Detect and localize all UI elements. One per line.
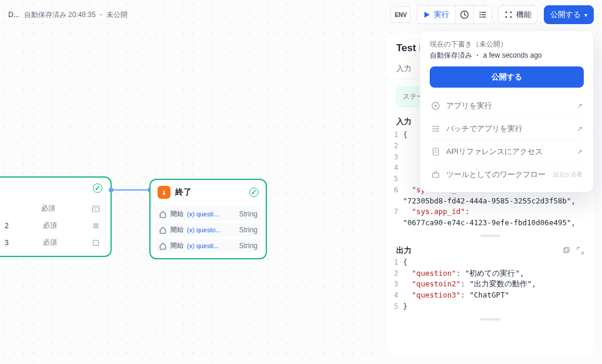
home-icon [159, 210, 167, 218]
play-icon [423, 11, 430, 18]
expand-icon[interactable] [576, 246, 584, 255]
output-var-row[interactable]: 開始 (x) questi... String [155, 239, 261, 252]
popover-subtitle: 現在の下書き（未公開） [430, 39, 584, 49]
clock-icon [460, 10, 469, 19]
list-icon [92, 222, 100, 230]
check-icon: ✓ [93, 183, 102, 193]
home-icon [159, 242, 167, 250]
play-circle-icon [431, 101, 440, 111]
toolbox-icon [431, 170, 440, 179]
sparkle-icon [504, 11, 513, 19]
check-icon: ✓ [249, 188, 259, 197]
autosave-status: 自動保存済み 20:48:35 ・ 未公開 [24, 10, 128, 20]
svg-point-3 [506, 16, 507, 18]
checklist-icon [478, 10, 487, 19]
input-var-row[interactable]: 2 必須 [0, 218, 106, 233]
workflow-title: D... [8, 11, 19, 19]
svg-rect-5 [93, 206, 99, 212]
history-button[interactable] [455, 5, 474, 24]
output-code[interactable]: 12345 { "question": "初めての実行", "questoin2… [387, 257, 594, 318]
arrow-icon: ↗ [577, 125, 583, 133]
line-gutter: 1234567 [394, 129, 403, 229]
run-button[interactable]: 実行 [417, 5, 456, 24]
popover-publish-button[interactable]: 公開する [430, 66, 584, 88]
output-section-title: 出力 [396, 245, 412, 256]
svg-rect-11 [433, 173, 439, 178]
tab-input[interactable]: 入力 [396, 59, 412, 79]
arrow-icon: ↗ [577, 102, 583, 110]
svg-point-1 [506, 12, 507, 14]
publish-popover: 現在の下書き（未公開） 自動保存済み ・ a few seconds ago 公… [420, 31, 594, 192]
svg-point-4 [510, 16, 512, 18]
resize-handle[interactable] [480, 235, 500, 237]
features-button[interactable]: 機能 [498, 5, 538, 24]
popover-meta: 自動保存済み ・ a few seconds ago [430, 51, 584, 61]
popover-run-app[interactable]: アプリを実行 ↗ [430, 95, 584, 117]
run-button-group: 実行 [417, 5, 492, 24]
box-icon [92, 239, 100, 247]
top-bar: D... 自動保存済み 20:48:35 ・ 未公開 ENV 実行 機能 公開す… [0, 0, 602, 29]
svg-rect-6 [93, 240, 99, 245]
svg-point-2 [510, 12, 512, 14]
chevron-down-icon: ▾ [584, 12, 587, 18]
node-title: 終了 [175, 187, 192, 198]
end-icon [158, 186, 170, 199]
arrow-icon: ↗ [577, 148, 583, 156]
popover-item-note: 設定が必要 [553, 171, 583, 179]
end-node[interactable]: 終了 ✓ 開始 (x) questi... String 開始 (x) ques… [149, 179, 267, 259]
line-gutter: 12345 [394, 257, 403, 312]
output-lines: { "question": "初めての実行", "questoin2": "出力… [403, 257, 537, 312]
popover-api-reference[interactable]: APIリファレンスにアクセス ↗ [430, 140, 584, 163]
input-var-row[interactable]: 3 必須 [0, 235, 106, 250]
document-icon [431, 147, 440, 156]
checklist-button[interactable] [473, 5, 492, 24]
copy-icon[interactable] [562, 246, 570, 255]
resize-handle[interactable] [480, 318, 500, 320]
node-connector[interactable] [112, 189, 149, 191]
svg-rect-10 [433, 148, 439, 155]
home-icon [159, 226, 167, 234]
popover-batch-run[interactable]: バッチでアプリを実行 ↗ [430, 117, 584, 140]
batch-icon [431, 124, 440, 133]
popover-workflow-tool[interactable]: ツールとしてのワークフロー 設定が必要 [430, 163, 584, 186]
form-icon [92, 205, 100, 213]
start-node[interactable]: ✓ 必須 2 必須 3 必須 [0, 176, 112, 257]
output-var-row[interactable]: 開始 (x) questo... String [155, 223, 261, 236]
publish-button[interactable]: 公開する ▾ [544, 5, 594, 24]
output-var-row[interactable]: 開始 (x) questi... String [155, 207, 261, 221]
input-var-row[interactable]: 必須 [0, 201, 106, 216]
env-button[interactable]: ENV [390, 6, 411, 23]
